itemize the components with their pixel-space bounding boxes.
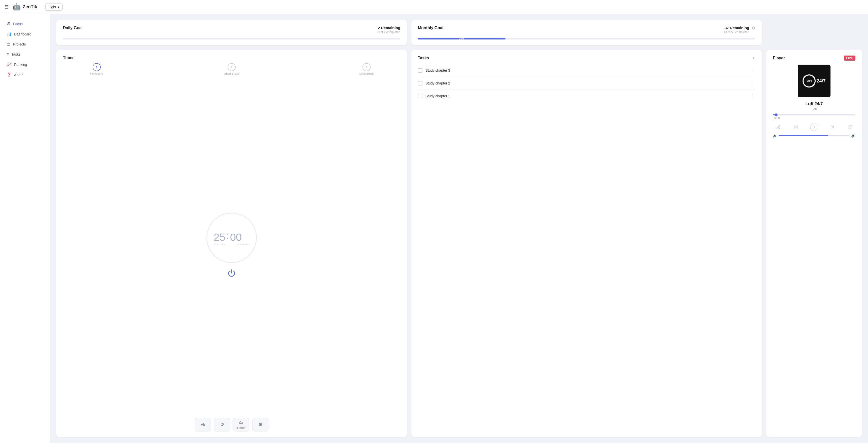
step-label-short-break: Short Break bbox=[224, 72, 239, 75]
timer-step-short-break[interactable]: 2 Short Break bbox=[198, 63, 265, 75]
monthly-goal-title: Monthly Goal bbox=[418, 26, 443, 30]
timer-settings-button[interactable]: ⚙ bbox=[252, 418, 268, 432]
logo-icon: 🤖 bbox=[12, 3, 21, 11]
sidebar-item-label: Focus bbox=[13, 22, 23, 26]
task-list: Study chapter 3 ⋮ Study chapter 2 ⋮ Stud… bbox=[418, 64, 755, 102]
timer-display: 25 : 00 MINUTES SECONDS bbox=[63, 75, 400, 414]
player-card: Player LIVE LOFI 24/7 Lofi 24/7 Lofi bbox=[766, 50, 862, 437]
monthly-progress-fill: 26% bbox=[418, 38, 505, 39]
task-label-2: Study chapter 2 bbox=[426, 81, 748, 85]
volume-fill bbox=[779, 135, 828, 136]
sidebar-item-about[interactable]: ❓ About bbox=[1, 70, 49, 80]
step-line-2 bbox=[265, 67, 333, 67]
projects-icon: 🗂 bbox=[6, 42, 10, 46]
lofi-247-text: 24/7 bbox=[817, 78, 826, 84]
sidebar-item-focus[interactable]: ⏱ Focus bbox=[1, 19, 49, 29]
timer-minutes: 25 bbox=[214, 232, 225, 243]
step-circle-2: 2 bbox=[227, 63, 236, 71]
study-button[interactable]: 🗂 STUDY bbox=[233, 418, 249, 432]
timer-card: Timer 1 Pomodoro 2 Short Break 3 Long Br… bbox=[56, 50, 407, 437]
sidebar: ⏱ Focus 📊 Dashboard 🗂 Projects ≡ Tasks 📈… bbox=[0, 14, 50, 443]
monthly-progress-pct: 26% bbox=[459, 37, 464, 40]
folder-icon: 🗂 bbox=[239, 420, 243, 425]
monthly-remaining: 37 Remaining bbox=[723, 26, 749, 30]
monthly-settings-icon[interactable]: ⚙ bbox=[752, 26, 755, 30]
task-checkbox-3[interactable] bbox=[418, 68, 423, 73]
hamburger-icon[interactable]: ☰ bbox=[4, 4, 8, 10]
daily-progress-bar bbox=[63, 38, 400, 39]
repeat-button[interactable] bbox=[846, 123, 855, 131]
task-row: Study chapter 3 ⋮ bbox=[418, 64, 755, 77]
add-task-button[interactable]: + bbox=[752, 56, 755, 61]
content-area: Daily Goal 2 Remaining 0 of 2 completed … bbox=[50, 14, 868, 443]
task-row: Study chapter 2 ⋮ bbox=[418, 77, 755, 90]
player-header: Player LIVE bbox=[773, 56, 856, 61]
sidebar-item-label: Tasks bbox=[11, 52, 21, 56]
timer-step-long-break[interactable]: 3 Long Break bbox=[333, 63, 400, 75]
sidebar-item-projects[interactable]: 🗂 Projects bbox=[1, 39, 49, 49]
timer-settings-icon: ⚙ bbox=[258, 422, 262, 428]
sidebar-item-label: About bbox=[14, 73, 23, 77]
sidebar-item-label: Dashboard bbox=[14, 32, 31, 36]
player-track-name: Lofi 24/7 bbox=[773, 101, 856, 106]
svg-marker-6 bbox=[831, 126, 833, 129]
timer-tabs: 1 Pomodoro 2 Short Break 3 Long Break bbox=[63, 63, 400, 75]
power-button[interactable] bbox=[227, 269, 236, 279]
prev-button[interactable] bbox=[792, 123, 800, 131]
tasks-header: Tasks + bbox=[418, 56, 755, 61]
task-checkbox-1[interactable] bbox=[418, 94, 423, 98]
timer-numbers: 25 : 00 bbox=[214, 230, 249, 243]
timer-footer: +5 ↺ 🗂 STUDY ⚙ bbox=[63, 418, 400, 432]
sidebar-item-ranking[interactable]: 📈 Ranking bbox=[1, 60, 49, 69]
player-album-art: LOFI 24/7 bbox=[798, 65, 831, 97]
daily-goal-title: Daily Goal bbox=[63, 26, 83, 30]
step-circle-3: 3 bbox=[363, 63, 371, 71]
svg-marker-5 bbox=[813, 126, 815, 129]
task-label-3: Study chapter 3 bbox=[426, 68, 748, 72]
bottom-row: Timer 1 Pomodoro 2 Short Break 3 Long Br… bbox=[56, 50, 862, 437]
next-button[interactable] bbox=[828, 123, 836, 131]
theme-dropdown[interactable]: Light ▾ bbox=[45, 3, 63, 10]
sidebar-item-tasks[interactable]: ≡ Tasks bbox=[1, 49, 49, 59]
daily-goal-card: Daily Goal 2 Remaining 0 of 2 completed bbox=[56, 20, 407, 45]
task-menu-2[interactable]: ⋮ bbox=[751, 80, 755, 86]
sidebar-item-label: Ranking bbox=[14, 63, 27, 67]
daily-completed: 0 of 2 completed bbox=[378, 30, 400, 34]
shuffle-button[interactable] bbox=[774, 123, 782, 131]
top-row: Daily Goal 2 Remaining 0 of 2 completed … bbox=[56, 20, 862, 45]
step-line-1 bbox=[130, 67, 198, 67]
timer-title: Timer bbox=[63, 56, 400, 60]
task-menu-3[interactable]: ⋮ bbox=[751, 68, 755, 73]
player-title-label: Player bbox=[773, 56, 785, 60]
play-button[interactable] bbox=[810, 123, 818, 131]
sidebar-item-label: Projects bbox=[13, 42, 26, 46]
player-progress-dot bbox=[775, 113, 778, 116]
sidebar-item-dashboard[interactable]: 📊 Dashboard bbox=[1, 29, 49, 39]
live-badge: LIVE bbox=[844, 56, 856, 61]
monthly-progress-bar: 26% bbox=[418, 38, 755, 39]
volume-down-icon[interactable]: 🔈 bbox=[773, 134, 777, 138]
monthly-goal-card: Monthly Goal 37 Remaining 13 of 50 compl… bbox=[411, 20, 762, 45]
player-track-genre: Lofi bbox=[773, 107, 856, 111]
volume-up-icon[interactable]: 🔊 bbox=[851, 134, 856, 138]
player-progress-track[interactable] bbox=[773, 114, 856, 115]
volume-track[interactable] bbox=[779, 135, 849, 136]
task-row: Study chapter 1 ⋮ bbox=[418, 90, 755, 102]
seconds-label: SECONDS bbox=[237, 243, 250, 246]
top-right-placeholder bbox=[766, 20, 862, 45]
daily-remaining: 2 Remaining bbox=[378, 26, 400, 30]
logo-area: 🤖 ZenTik bbox=[12, 3, 37, 11]
reset-button[interactable]: ↺ bbox=[214, 418, 230, 432]
tasks-icon: ≡ bbox=[6, 52, 9, 57]
task-checkbox-2[interactable] bbox=[418, 81, 423, 86]
task-label-1: Study chapter 1 bbox=[426, 94, 748, 98]
main-layout: ⏱ Focus 📊 Dashboard 🗂 Projects ≡ Tasks 📈… bbox=[0, 14, 868, 443]
timer-step-pomodoro[interactable]: 1 Pomodoro bbox=[63, 63, 130, 75]
timer-ring: 25 : 00 MINUTES SECONDS bbox=[207, 213, 257, 263]
dashboard-icon: 📊 bbox=[6, 32, 11, 36]
plus5-button[interactable]: +5 bbox=[195, 418, 211, 432]
lofi-text: LOFI bbox=[807, 80, 812, 82]
chevron-down-icon: ▾ bbox=[58, 5, 59, 9]
task-menu-1[interactable]: ⋮ bbox=[751, 93, 755, 99]
tasks-title: Tasks bbox=[418, 56, 429, 60]
